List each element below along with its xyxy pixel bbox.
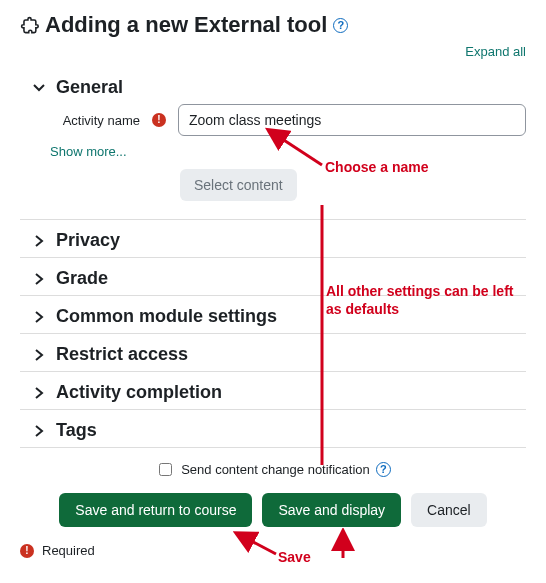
plugin-icon: [20, 16, 39, 35]
section-title: Tags: [56, 420, 97, 441]
chevron-right-icon: [32, 235, 46, 247]
chevron-right-icon: [32, 387, 46, 399]
cancel-button[interactable]: Cancel: [411, 493, 487, 527]
section-title: Restrict access: [56, 344, 188, 365]
section-general-title: General: [56, 77, 123, 98]
save-return-button[interactable]: Save and return to course: [59, 493, 252, 527]
help-icon[interactable]: ?: [333, 18, 348, 33]
chevron-right-icon: [32, 273, 46, 285]
chevron-right-icon: [32, 349, 46, 361]
required-text: Required: [42, 543, 95, 558]
required-icon: !: [152, 113, 166, 127]
show-more-link[interactable]: Show more...: [50, 144, 526, 159]
save-display-button[interactable]: Save and display: [262, 493, 401, 527]
activity-name-label: Activity name: [50, 113, 140, 128]
chevron-down-icon: [32, 82, 46, 94]
section-title: Privacy: [56, 230, 120, 251]
page-title-text: Adding a new External tool: [45, 12, 327, 38]
section-privacy[interactable]: Privacy: [20, 219, 526, 257]
section-tags[interactable]: Tags: [20, 409, 526, 447]
select-content-button: Select content: [180, 169, 297, 201]
chevron-right-icon: [32, 425, 46, 437]
section-title: Grade: [56, 268, 108, 289]
section-general[interactable]: General: [20, 66, 526, 104]
page-title: Adding a new External tool ?: [20, 12, 526, 38]
required-icon: !: [20, 544, 34, 558]
help-icon[interactable]: ?: [376, 462, 391, 477]
section-grade[interactable]: Grade: [20, 257, 526, 295]
section-title: Activity completion: [56, 382, 222, 403]
activity-name-input[interactable]: [178, 104, 526, 136]
expand-all-link[interactable]: Expand all: [465, 44, 526, 59]
section-restrict-access[interactable]: Restrict access: [20, 333, 526, 371]
section-activity-completion[interactable]: Activity completion: [20, 371, 526, 409]
notify-label: Send content change notification: [181, 462, 370, 477]
notify-checkbox[interactable]: [159, 463, 172, 476]
section-common-module[interactable]: Common module settings: [20, 295, 526, 333]
section-title: Common module settings: [56, 306, 277, 327]
chevron-right-icon: [32, 311, 46, 323]
